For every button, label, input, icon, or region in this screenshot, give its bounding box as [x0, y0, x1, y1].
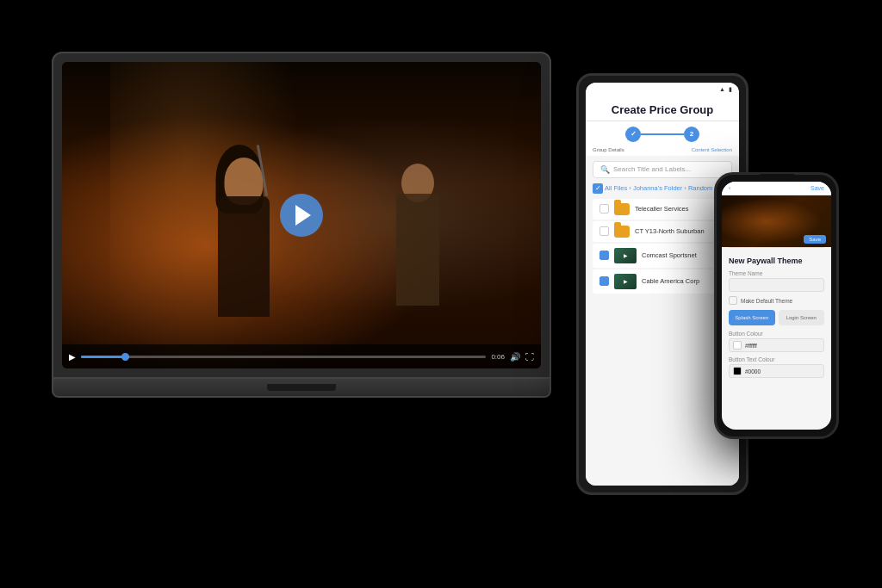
- video-background: ▶ 0:06 🔊 ⛶: [62, 62, 541, 368]
- scene: ▶ 0:06 🔊 ⛶ ▲: [0, 0, 882, 588]
- video-thumbnail: ▶: [614, 274, 637, 289]
- play-pause-button[interactable]: ▶: [69, 352, 76, 362]
- play-icon: [295, 205, 311, 226]
- list-item[interactable]: ▶ Comcast Sportsnet: [593, 244, 732, 268]
- guitarist-body: [396, 194, 439, 306]
- search-placeholder: Search Title and Labels...: [613, 165, 691, 173]
- video-controls: ▶ 0:06 🔊 ⛶: [62, 344, 541, 368]
- screen-tab-row: Splash Screen Login Screen: [729, 310, 824, 325]
- file-name: Telecaller Services: [635, 205, 725, 213]
- item-checkbox[interactable]: [599, 251, 609, 260]
- button-color-value: #ffffff: [745, 343, 757, 349]
- item-checkbox[interactable]: [599, 226, 609, 236]
- button-text-color-value: #0000: [745, 368, 761, 374]
- step-2-label: Content Selection: [692, 147, 732, 152]
- splash-screen-tab[interactable]: Splash Screen: [729, 310, 775, 325]
- item-checkbox[interactable]: [599, 204, 609, 214]
- step-2-circle: 2: [684, 127, 699, 142]
- file-name: Cable America Corp: [642, 277, 725, 285]
- wifi-icon: ▲: [719, 86, 725, 93]
- play-button[interactable]: [280, 194, 323, 237]
- tablet-header: Create Price Group: [586, 96, 739, 121]
- laptop-body: ▶ 0:06 🔊 ⛶: [52, 52, 551, 379]
- step-line: [641, 133, 684, 135]
- laptop-screen: ▶ 0:06 🔊 ⛶: [62, 62, 541, 368]
- default-theme-label: Make Default Theme: [741, 298, 792, 304]
- laptop: ▶ 0:06 🔊 ⛶: [52, 52, 551, 413]
- folder-icon: [614, 203, 630, 215]
- video-thumbnail: ▶: [614, 248, 637, 263]
- tablet-title: Create Price Group: [594, 103, 730, 117]
- phone-video-preview: Save: [722, 195, 831, 247]
- step-1-circle: ✓: [625, 127, 641, 142]
- step-labels: Group Details Content Selection: [586, 147, 739, 156]
- phone-notch: [760, 174, 794, 181]
- back-button[interactable]: ‹: [729, 185, 730, 191]
- save-button[interactable]: Save: [811, 185, 824, 191]
- progress-bar[interactable]: [81, 356, 486, 358]
- divider: [729, 247, 824, 248]
- battery-icon: ▮: [729, 86, 732, 93]
- default-theme-row: Make Default Theme: [729, 296, 824, 305]
- list-item[interactable]: ▶ Cable America Corp: [593, 269, 732, 294]
- step-1-label: Group Details: [593, 147, 624, 152]
- button-color-swatch: [733, 341, 742, 350]
- list-item[interactable]: CT Y13-North Suburban: [593, 221, 732, 242]
- default-theme-checkbox[interactable]: [729, 296, 737, 305]
- file-name: Comcast Sportsnet: [642, 251, 725, 259]
- list-item[interactable]: Telecaller Services: [593, 199, 732, 220]
- search-icon: 🔍: [600, 165, 610, 174]
- stepper: ✓ 2: [586, 121, 739, 147]
- button-text-color-label: Button Text Colour: [729, 356, 824, 362]
- theme-name-label: Theme Name: [729, 270, 824, 276]
- file-name: CT Y13-North Suburban: [635, 227, 725, 235]
- theme-name-input[interactable]: [729, 278, 824, 292]
- singer-body: [218, 196, 270, 317]
- check-icon: ✓: [595, 184, 601, 192]
- time-display: 0:06: [491, 353, 505, 361]
- fullscreen-icon[interactable]: ⛶: [525, 352, 534, 362]
- select-all-checkbox[interactable]: ✓: [593, 183, 603, 194]
- laptop-base: [52, 379, 551, 398]
- button-text-color-swatch: [733, 367, 742, 375]
- phone-save-overlay-btn[interactable]: Save: [804, 235, 826, 244]
- section-title: New Paywall Theme: [729, 257, 824, 265]
- laptop-notch: [267, 384, 336, 391]
- item-checkbox[interactable]: [599, 276, 609, 286]
- phone: ‹ Save Save New Paywall Theme Theme Name…: [714, 172, 839, 439]
- breadcrumb: All Files › Johanna's Folder › Random: [605, 184, 712, 192]
- button-color-label: Button Colour: [729, 331, 824, 337]
- tablet-status-bar: ▲ ▮: [586, 83, 739, 96]
- phone-screen: ‹ Save Save New Paywall Theme Theme Name…: [722, 182, 831, 430]
- phone-section: New Paywall Theme Theme Name Make Defaul…: [722, 251, 831, 430]
- button-color-input[interactable]: #ffffff: [729, 338, 824, 352]
- volume-icon[interactable]: 🔊: [510, 352, 520, 362]
- button-text-color-input[interactable]: #0000: [729, 364, 824, 378]
- progress-dot: [121, 353, 129, 361]
- guitarist-figure: [366, 108, 469, 306]
- login-screen-tab[interactable]: Login Screen: [779, 310, 825, 325]
- folder-icon: [614, 226, 630, 238]
- search-bar[interactable]: 🔍 Search Title and Labels...: [593, 161, 732, 178]
- phone-header: ‹ Save: [722, 182, 831, 195]
